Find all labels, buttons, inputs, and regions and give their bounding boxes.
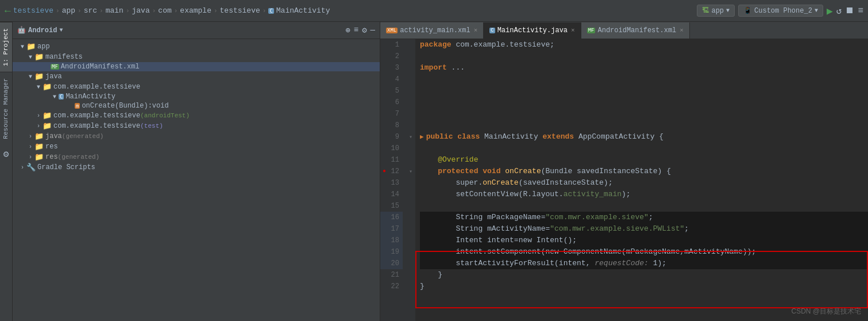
- tree-item-oncreate[interactable]: m onCreate(Bundle):void: [13, 101, 380, 110]
- mf-file-icon: MF: [51, 64, 59, 70]
- gutter-line-18: 18: [380, 235, 403, 246]
- folder-res-icon: 📁: [34, 142, 44, 151]
- breadcrumb-testsieve[interactable]: testsieve: [220, 6, 260, 15]
- tree-item-package-main[interactable]: ▼ 📁 com.example.testsieve: [13, 82, 380, 92]
- refresh-button[interactable]: ↺: [836, 5, 842, 17]
- expand-res-icon: ›: [26, 144, 34, 150]
- code-content[interactable]: package com.example.testsieve;import ...…: [415, 39, 868, 321]
- gutter-line-14: 14: [380, 189, 403, 200]
- gradle-icon: 🔧: [26, 163, 36, 172]
- code-editor: 1234567891011●1213141516171819202122 ▾▾ …: [380, 39, 868, 321]
- code-line-3: import ...: [420, 62, 868, 74]
- tree-item-package-test-label: com.example.testsieve: [53, 122, 140, 130]
- run-button[interactable]: ▶: [827, 5, 833, 17]
- folder-java-gen-icon: 📁: [34, 132, 44, 141]
- tab-androidmanifest-xml[interactable]: MF AndroidManifest.xml ×: [581, 22, 690, 39]
- gutter-line-13: 13: [380, 177, 403, 189]
- breadcrumb-project[interactable]: testsieve: [13, 6, 53, 15]
- class-icon: C: [59, 94, 64, 100]
- tab-mainactivity-java[interactable]: C MainActivity.java ×: [484, 22, 581, 39]
- gutter-line-16: 16: [380, 212, 403, 223]
- tree-item-app[interactable]: ▼ 📁 app: [13, 41, 380, 52]
- folder-androidtest-icon: 📁: [43, 111, 52, 120]
- folder-manifests-icon: 📁: [34, 52, 44, 62]
- device-dropdown-arrow-icon: ▼: [815, 7, 818, 14]
- tab-close-activity-main[interactable]: ×: [474, 27, 478, 34]
- device-selector-button[interactable]: 📱 Custom Phone_2 ▼: [738, 5, 823, 17]
- code-line-19: intent.setComponent(new ComponentName(mP…: [420, 246, 868, 258]
- tree-item-java-generated[interactable]: › 📁 java (generated): [13, 131, 380, 142]
- breadcrumb-java[interactable]: java: [132, 6, 150, 15]
- fold-line-5: [406, 85, 415, 97]
- tree-item-res-generated[interactable]: › 📁 res (generated): [13, 152, 380, 162]
- code-line-10: [420, 143, 868, 154]
- tab-close-androidmanifest[interactable]: ×: [680, 27, 684, 34]
- fold-line-8: [406, 120, 415, 131]
- menu-button[interactable]: ≡: [858, 6, 863, 16]
- breadcrumb-class[interactable]: MainActivity: [276, 6, 330, 15]
- tree-item-mainactivity[interactable]: ▼ C MainActivity: [13, 92, 380, 101]
- fold-line-12[interactable]: ▾: [406, 166, 415, 177]
- breadcrumb-src[interactable]: src: [84, 6, 97, 15]
- locate-file-icon[interactable]: ⊕: [345, 25, 350, 35]
- code-line-1: package com.example.testsieve;: [420, 39, 868, 51]
- tree-item-java-gen-label: java: [45, 132, 62, 140]
- code-line-15: [420, 200, 868, 212]
- breadcrumb-app[interactable]: app: [62, 6, 75, 15]
- resource-manager-tab-button[interactable]: Resource Manager: [0, 72, 12, 145]
- gutter-line-8: 8: [380, 120, 403, 131]
- fold-line-21: [406, 269, 415, 281]
- code-line-17: String mActivityName="com.mwr.example.si…: [420, 223, 868, 235]
- breadcrumb-class-icon: C: [268, 8, 273, 14]
- dropdown-arrow-icon: ▼: [726, 7, 730, 14]
- gutter-line-19: 19: [380, 246, 403, 258]
- tree-item-androidmanifest[interactable]: MF AndroidManifest.xml: [13, 62, 380, 71]
- tree-item-java-gen-suffix: (generated): [62, 133, 104, 140]
- tab-close-mainactivity[interactable]: ×: [571, 27, 575, 34]
- device-label: Custom Phone_2: [754, 7, 812, 15]
- fold-line-17: [406, 223, 415, 235]
- stop-button[interactable]: ⏹: [845, 5, 854, 16]
- expand-test-icon: ›: [34, 123, 43, 129]
- fold-line-19: [406, 246, 415, 258]
- collapse-icon[interactable]: ≡: [354, 25, 358, 35]
- folder-java-icon: 📁: [34, 72, 44, 81]
- tree-item-manifests-label: manifests: [45, 53, 83, 61]
- fold-line-3: [406, 62, 415, 74]
- breadcrumb-main[interactable]: main: [106, 6, 124, 15]
- code-line-11: @Override: [420, 154, 868, 166]
- gutter-line-20: 20: [380, 258, 403, 269]
- tree-item-androidmanifest-label: AndroidManifest.xml: [61, 63, 140, 71]
- gutter-line-2: 2: [380, 51, 403, 62]
- project-panel: 🤖 Android ▼ ⊕ ≡ ⚙ — ▼ 📁 app ▼: [13, 22, 380, 321]
- tree-item-package-androidtest[interactable]: › 📁 com.example.testsieve (androidTest): [13, 110, 380, 121]
- structure-icon[interactable]: ⚙: [3, 145, 9, 163]
- nav-back-icon[interactable]: ←: [5, 5, 11, 17]
- tree-item-package-test[interactable]: › 📁 com.example.testsieve (test): [13, 121, 380, 131]
- project-tab-button[interactable]: 1: Project: [0, 22, 12, 72]
- fold-line-7: [406, 108, 415, 120]
- fold-line-9[interactable]: ▾: [406, 131, 415, 143]
- run-config-button[interactable]: 🏗 app ▼: [697, 5, 735, 17]
- tree-item-java[interactable]: ▼ 📁 java: [13, 71, 380, 82]
- tab-activity-main-xml[interactable]: XML activity_main.xml ×: [380, 22, 484, 39]
- tree-item-manifests[interactable]: ▼ 📁 manifests: [13, 52, 380, 62]
- breadcrumb-example[interactable]: example: [180, 6, 211, 15]
- tab-icon-xml: XML: [386, 28, 398, 33]
- settings-icon[interactable]: ⚙: [362, 25, 367, 35]
- expand-res-gen-icon: ›: [26, 154, 34, 160]
- expand-gradle-icon: ›: [18, 165, 26, 171]
- expand-java-icon: ▼: [26, 74, 34, 80]
- panel-title-dropdown[interactable]: ▼: [59, 27, 63, 33]
- gutter-line-15: 15: [380, 200, 403, 212]
- file-tree: ▼ 📁 app ▼ 📁 manifests MF AndroidManifest…: [13, 39, 380, 321]
- code-line-16: String mPackageName="com.mwr.example.sie…: [420, 212, 868, 223]
- tree-item-gradle[interactable]: › 🔧 Gradle Scripts: [13, 162, 380, 173]
- gutter-line-7: 7: [380, 108, 403, 120]
- hide-panel-icon[interactable]: —: [371, 25, 375, 35]
- gutter-line-11: 11: [380, 154, 403, 166]
- folder-package-icon: 📁: [43, 82, 52, 91]
- breadcrumb-com[interactable]: com: [158, 6, 171, 15]
- tree-item-res[interactable]: › 📁 res: [13, 142, 380, 152]
- code-line-20: startActivityForResult(intent, requestCo…: [420, 258, 868, 269]
